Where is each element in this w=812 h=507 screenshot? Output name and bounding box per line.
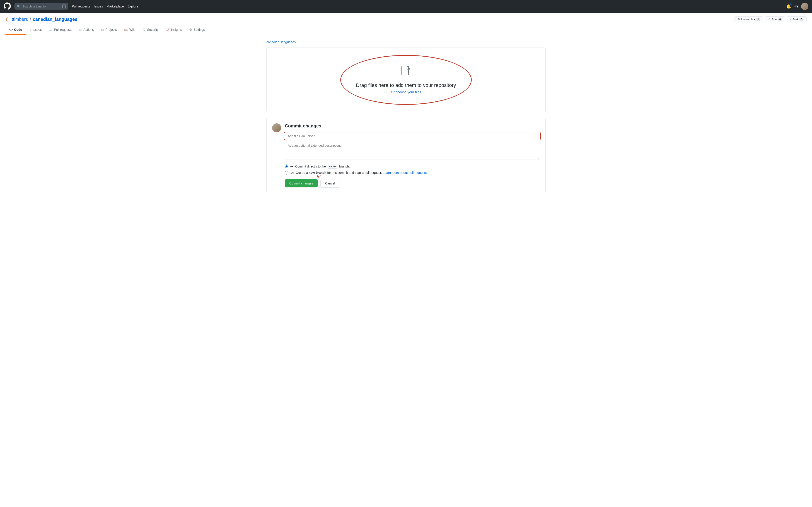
cancel-button[interactable]: Cancel bbox=[320, 179, 340, 188]
nav-issues[interactable]: Issues bbox=[94, 5, 103, 8]
main-content: canadian_languages / Drag files here to … bbox=[261, 35, 551, 199]
repo-header: 📋 ttimbers / canadian_languages 👁 Unwatc… bbox=[0, 13, 812, 35]
search-input[interactable] bbox=[22, 5, 60, 8]
nav-pull-requests[interactable]: Pull requests bbox=[72, 5, 90, 8]
notification-badge bbox=[790, 3, 792, 5]
tab-pull-requests-label: Pull requests bbox=[54, 28, 72, 32]
projects-icon: ▦ bbox=[101, 28, 104, 32]
commit-changes-button[interactable]: Commit changes bbox=[285, 179, 318, 187]
tab-actions[interactable]: ▷ Actions bbox=[76, 25, 97, 35]
drop-zone-main-text: Drag files here to add them to your repo… bbox=[272, 82, 540, 88]
security-icon: 🛡 bbox=[143, 28, 146, 32]
tab-code[interactable]: <> Code bbox=[5, 25, 26, 35]
learn-more-link[interactable]: Learn more about pull requests. bbox=[383, 171, 427, 174]
commit-direct-suffix: branch. bbox=[339, 165, 350, 168]
tab-projects-label: Projects bbox=[105, 28, 117, 32]
github-logo[interactable] bbox=[4, 2, 11, 10]
commit-branch-icon: ⎇ bbox=[290, 171, 294, 174]
commit-description-input[interactable] bbox=[285, 142, 540, 160]
search-bar[interactable]: 🔍 / bbox=[14, 3, 68, 9]
nav-right: 🔔 +▾ bbox=[786, 3, 808, 10]
drop-zone-sub-text: Or choose your files bbox=[272, 90, 540, 94]
commit-section-title: Commit changes bbox=[285, 123, 540, 128]
commit-new-branch-text: Create a new branch for this commit and … bbox=[296, 171, 427, 174]
star-label: Star bbox=[772, 18, 777, 21]
tab-insights-label: Insights bbox=[171, 28, 182, 32]
avatar[interactable] bbox=[801, 3, 808, 10]
breadcrumb: canadian_languages / bbox=[266, 40, 546, 44]
file-icon bbox=[272, 66, 540, 79]
commit-section: Commit changes ⊶ Commit directly to the … bbox=[266, 118, 546, 193]
branch-name: main bbox=[327, 164, 337, 169]
breadcrumb-repo-link[interactable]: canadian_languages bbox=[266, 40, 296, 44]
unwatch-button[interactable]: 👁 Unwatch ▾ 1 bbox=[734, 16, 763, 22]
create-icon[interactable]: +▾ bbox=[794, 4, 798, 9]
wiki-icon: 📖 bbox=[124, 28, 128, 32]
tab-pull-requests[interactable]: ⎇ Pull requests bbox=[45, 25, 76, 35]
commit-form: Commit changes ⊶ Commit directly to the … bbox=[285, 123, 540, 188]
star-button[interactable]: ☆ Star 0 bbox=[765, 16, 785, 22]
tab-settings[interactable]: ⚙ Settings bbox=[186, 25, 209, 35]
unwatch-count: 1 bbox=[756, 18, 760, 21]
repo-tabs: <> Code ○ Issues ⎇ Pull requests ▷ Actio… bbox=[5, 25, 807, 35]
commit-new-branch-radio[interactable] bbox=[285, 171, 289, 174]
breadcrumb-separator: / bbox=[297, 40, 298, 44]
commit-message-row bbox=[285, 132, 540, 140]
tab-wiki[interactable]: 📖 Wiki bbox=[120, 25, 139, 35]
star-icon: ☆ bbox=[768, 18, 771, 21]
tab-issues[interactable]: ○ Issues bbox=[26, 25, 45, 35]
tab-settings-label: Settings bbox=[194, 28, 205, 32]
code-icon: <> bbox=[9, 28, 13, 32]
commit-buttons: Commit changes Cancel ↙ bbox=[285, 179, 540, 188]
tab-code-label: Code bbox=[14, 28, 22, 32]
unwatch-chevron-icon: ▾ bbox=[754, 18, 755, 21]
nav-links: Pull requests Issues Marketplace Explore bbox=[72, 5, 782, 8]
commit-section-inner: Commit changes ⊶ Commit directly to the … bbox=[272, 123, 540, 188]
repo-actions: 👁 Unwatch ▾ 1 ☆ Star 0 ⑂ Fork 0 bbox=[734, 16, 807, 22]
pr-icon: ⎇ bbox=[49, 28, 53, 32]
user-avatar bbox=[272, 123, 281, 132]
fork-label: Fork bbox=[793, 18, 798, 21]
drop-zone-or-text: Or bbox=[391, 90, 396, 94]
tab-projects[interactable]: ▦ Projects bbox=[97, 25, 120, 35]
insights-icon: 📈 bbox=[166, 28, 170, 32]
tab-issues-label: Issues bbox=[33, 28, 42, 32]
nav-marketplace[interactable]: Marketplace bbox=[106, 5, 124, 8]
svg-rect-0 bbox=[402, 66, 408, 75]
repo-name-link[interactable]: canadian_languages bbox=[33, 17, 78, 22]
commit-direct-icon: ⊶ bbox=[290, 165, 293, 168]
repo-separator: / bbox=[30, 17, 31, 22]
navbar: 🔍 / Pull requests Issues Marketplace Exp… bbox=[0, 0, 812, 13]
nav-explore[interactable]: Explore bbox=[128, 5, 138, 8]
avatar-image bbox=[801, 3, 808, 10]
unwatch-label: Unwatch bbox=[741, 18, 753, 21]
fork-count: 0 bbox=[799, 18, 804, 21]
eye-icon: 👁 bbox=[738, 18, 741, 21]
tab-insights[interactable]: 📈 Insights bbox=[162, 25, 186, 35]
tab-security[interactable]: 🛡 Security bbox=[139, 25, 162, 35]
issues-icon: ○ bbox=[29, 28, 31, 32]
repo-title-row: 📋 ttimbers / canadian_languages 👁 Unwatc… bbox=[5, 16, 807, 25]
tab-actions-label: Actions bbox=[83, 28, 94, 32]
commit-direct-text: Commit directly to the bbox=[295, 165, 326, 168]
actions-icon: ▷ bbox=[80, 28, 82, 32]
commit-message-input[interactable] bbox=[285, 132, 540, 140]
tab-security-label: Security bbox=[147, 28, 159, 32]
settings-icon: ⚙ bbox=[189, 28, 192, 32]
repo-icon: 📋 bbox=[5, 17, 10, 21]
star-count: 0 bbox=[778, 18, 782, 21]
commit-options: ⊶ Commit directly to the main branch. ⎇ … bbox=[285, 164, 540, 174]
highlight-ellipse bbox=[340, 55, 472, 105]
search-icon: 🔍 bbox=[17, 5, 20, 8]
choose-files-link[interactable]: choose your files bbox=[396, 90, 421, 94]
fork-button[interactable]: ⑂ Fork 0 bbox=[787, 16, 807, 22]
search-shortcut: / bbox=[62, 5, 66, 8]
fork-icon: ⑂ bbox=[790, 18, 792, 21]
drop-zone[interactable]: Drag files here to add them to your repo… bbox=[266, 48, 546, 112]
repo-owner-link[interactable]: ttimbers bbox=[12, 17, 28, 22]
commit-direct-radio[interactable] bbox=[285, 165, 289, 168]
tab-wiki-label: Wiki bbox=[130, 28, 135, 32]
notifications-icon[interactable]: 🔔 bbox=[786, 4, 791, 9]
commit-direct-option[interactable]: ⊶ Commit directly to the main branch. bbox=[285, 164, 540, 169]
